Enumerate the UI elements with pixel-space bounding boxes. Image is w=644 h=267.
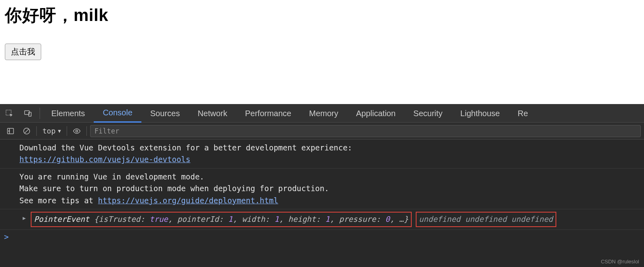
devtools-tabbar: ElementsConsoleSourcesNetworkPerformance… xyxy=(0,104,644,123)
page-content: 你好呀，milk 点击我 xyxy=(0,0,644,64)
prompt-caret-icon: > xyxy=(4,231,8,243)
console-message: You are running Vue in development mode.… xyxy=(0,169,644,209)
log-undefined-highlight: undefined undefined undefined xyxy=(416,212,556,227)
devtools-panel: ElementsConsoleSourcesNetworkPerformance… xyxy=(0,104,644,267)
page-heading: 你好呀，milk xyxy=(5,4,639,27)
sidebar-toggle-icon[interactable] xyxy=(2,123,19,140)
message-text: Download the Vue Devtools extension for … xyxy=(19,143,352,152)
chevron-down-icon: ▼ xyxy=(58,128,61,134)
log-object-highlight: PointerEvent {isTrusted: true, pointerId… xyxy=(31,212,412,227)
svg-point-7 xyxy=(76,130,78,132)
context-label: top xyxy=(42,127,56,135)
inspect-element-icon[interactable] xyxy=(0,104,19,123)
toolbar-separator xyxy=(36,126,37,136)
vue-guide-link[interactable]: https://vuejs.org/guide/deployment.html xyxy=(98,196,278,205)
svg-line-6 xyxy=(25,129,29,133)
tab-console[interactable]: Console xyxy=(94,104,141,123)
vue-devtools-link[interactable]: https://github.com/vuejs/vue-devtools xyxy=(19,155,190,164)
watermark-text: CSDN @ruleslol xyxy=(601,259,639,265)
context-selector[interactable]: top ▼ xyxy=(38,127,65,135)
console-output: Download the Vue Devtools extension for … xyxy=(0,140,644,267)
tab-network[interactable]: Network xyxy=(189,104,236,123)
clear-console-icon[interactable] xyxy=(19,123,35,140)
tab-performance[interactable]: Performance xyxy=(236,104,301,123)
toolbar-separator xyxy=(67,126,67,136)
tab-re[interactable]: Re xyxy=(509,104,537,123)
tab-memory[interactable]: Memory xyxy=(300,104,347,123)
console-toolbar: top ▼ xyxy=(0,123,644,140)
svg-rect-3 xyxy=(8,128,14,134)
click-me-button[interactable]: 点击我 xyxy=(5,44,41,60)
tab-application[interactable]: Application xyxy=(347,104,404,123)
tab-lighthouse[interactable]: Lighthouse xyxy=(451,104,509,123)
tab-sources[interactable]: Sources xyxy=(141,104,189,123)
message-text: You are running Vue in development mode. xyxy=(19,172,204,181)
console-log-row[interactable]: ▶ PointerEvent {isTrusted: true, pointer… xyxy=(0,209,644,229)
tab-security[interactable]: Security xyxy=(404,104,451,123)
console-message: Download the Vue Devtools extension for … xyxy=(0,140,644,169)
toolbar-separator xyxy=(86,126,87,136)
console-prompt[interactable]: > xyxy=(0,230,644,244)
tab-elements[interactable]: Elements xyxy=(42,104,94,123)
tab-separator xyxy=(40,108,40,119)
message-text: Make sure to turn on production mode whe… xyxy=(19,184,329,193)
expand-triangle-icon[interactable]: ▶ xyxy=(23,214,26,222)
filter-input[interactable] xyxy=(90,125,641,137)
eye-icon[interactable] xyxy=(69,123,85,140)
device-toolbar-icon[interactable] xyxy=(19,104,37,123)
message-text: See more tips at xyxy=(19,196,98,205)
